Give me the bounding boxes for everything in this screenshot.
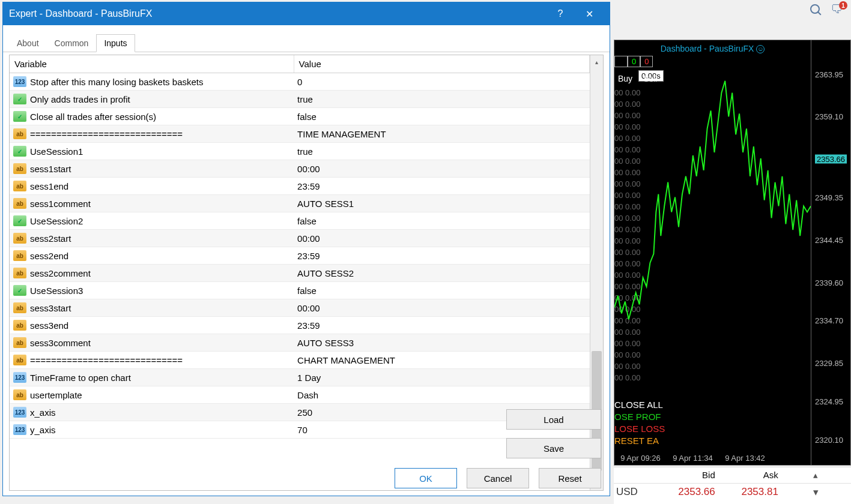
- cancel-button[interactable]: Cancel: [467, 468, 529, 488]
- input-value-cell[interactable]: false: [294, 108, 589, 125]
- input-row[interactable]: abusertemplateDash: [10, 386, 590, 404]
- reset-button[interactable]: Reset: [539, 468, 601, 488]
- search-icon[interactable]: [810, 4, 822, 16]
- input-value-cell[interactable]: false: [294, 282, 589, 299]
- num-type-icon: 123: [13, 76, 26, 87]
- input-value-cell[interactable]: 0: [294, 73, 589, 91]
- help-button[interactable]: ?: [546, 2, 575, 25]
- input-row[interactable]: absess3commentAUTO SESS3: [10, 334, 590, 352]
- input-row[interactable]: absess1start00:00: [10, 160, 590, 178]
- input-row[interactable]: absess3end23:59: [10, 317, 590, 334]
- input-row[interactable]: absess1end23:59: [10, 178, 590, 195]
- input-variable-name: sess2end: [30, 251, 68, 261]
- notification-badge: 1: [839, 1, 847, 10]
- input-value-cell[interactable]: Dash: [294, 386, 589, 404]
- input-variable-name: Stop after this many losing baskets bask…: [30, 77, 203, 87]
- num-type-icon: 123: [13, 424, 26, 435]
- scroll-up-icon[interactable]: ▴: [788, 467, 851, 483]
- input-value-cell[interactable]: 23:59: [294, 178, 589, 195]
- price-tick: 2334.70: [815, 316, 843, 325]
- input-row[interactable]: ✓Only adds trades in profittrue: [10, 91, 590, 108]
- save-button[interactable]: Save: [506, 438, 601, 458]
- input-variable-name: Close all trades after session(s): [30, 112, 156, 122]
- chart-time-axis: 9 Apr 09:269 Apr 11:349 Apr 13:42: [614, 454, 771, 463]
- chart-body[interactable]: Dashboard - PausBiruFX ☺ 0 0 0.00s Buy S…: [614, 40, 811, 465]
- input-value-cell[interactable]: 00:00: [294, 299, 589, 317]
- expert-properties-dialog: Expert - Dashboard - PausBiruFX ? ✕ Abou…: [2, 2, 610, 496]
- input-variable-name: sess2start: [30, 233, 71, 244]
- input-value-cell[interactable]: true: [294, 143, 589, 160]
- str-type-icon: ab: [13, 320, 26, 331]
- str-type-icon: ab: [13, 389, 26, 400]
- scroll-up-icon[interactable]: ▴: [590, 55, 603, 68]
- input-value-cell[interactable]: AUTO SESS2: [294, 265, 589, 282]
- bid-header[interactable]: Bid: [662, 467, 725, 483]
- column-variable[interactable]: Variable: [10, 55, 294, 73]
- tab-inputs[interactable]: Inputs: [96, 34, 135, 52]
- price-tick: 2349.35: [815, 193, 843, 202]
- tab-common[interactable]: Common: [47, 34, 97, 52]
- input-row[interactable]: ✓Close all trades after session(s)false: [10, 108, 590, 125]
- input-row[interactable]: absess1commentAUTO SESS1: [10, 195, 590, 212]
- input-variable-name: sess1start: [30, 164, 71, 174]
- input-row[interactable]: absess2end23:59: [10, 247, 590, 265]
- tab-about[interactable]: About: [9, 34, 47, 52]
- input-row[interactable]: absess3start00:00: [10, 299, 590, 317]
- input-value-cell[interactable]: true: [294, 91, 589, 108]
- time-tick: 9 Apr 11:34: [673, 454, 713, 463]
- close-loss-label[interactable]: LOSE LOSS: [614, 423, 665, 435]
- reset-ea-label[interactable]: RESET EA: [614, 435, 665, 447]
- input-value-cell[interactable]: 23:59: [294, 247, 589, 265]
- input-row[interactable]: ab=============================CHART MAN…: [10, 352, 590, 369]
- input-row[interactable]: ✓UseSession3false: [10, 282, 590, 299]
- chart-title: Dashboard - PausBiruFX ☺: [614, 44, 811, 53]
- input-variable-name: sess3comment: [30, 338, 91, 348]
- time-tick: 9 Apr 09:26: [620, 454, 661, 463]
- ask-cell: 2353.81: [725, 484, 788, 501]
- input-row[interactable]: 123TimeFrame to open chart1 Day: [10, 369, 590, 386]
- input-variable-name: sess1comment: [30, 199, 91, 209]
- bool-type-icon: ✓: [13, 215, 26, 226]
- input-variable-name: usertemplate: [30, 390, 82, 400]
- dialog-titlebar: Expert - Dashboard - PausBiruFX ? ✕: [3, 2, 610, 25]
- close-button[interactable]: ✕: [575, 2, 604, 25]
- input-value-cell[interactable]: 00:00: [294, 160, 589, 178]
- str-type-icon: ab: [13, 163, 26, 174]
- input-value-cell[interactable]: false: [294, 212, 589, 230]
- close-profit-label[interactable]: OSE PROF: [614, 411, 665, 423]
- input-row[interactable]: absess2commentAUTO SESS2: [10, 265, 590, 282]
- input-value-cell[interactable]: CHART MANAGEMENT: [294, 352, 589, 369]
- ask-header[interactable]: Ask: [725, 467, 788, 483]
- symbol-cell[interactable]: USD: [614, 484, 662, 501]
- input-value-cell[interactable]: AUTO SESS1: [294, 195, 589, 212]
- ok-button[interactable]: OK: [395, 468, 457, 488]
- input-row[interactable]: 123y_axis70: [10, 421, 590, 439]
- chart-panel: Dashboard - PausBiruFX ☺ 0 0 0.00s Buy S…: [614, 40, 851, 466]
- input-row[interactable]: ab=============================TIME MANA…: [10, 125, 590, 143]
- input-value-cell[interactable]: 1 Day: [294, 369, 589, 386]
- notification-icon[interactable]: 1: [831, 4, 844, 17]
- inputs-grid[interactable]: Variable Value 123Stop after this many l…: [10, 55, 590, 490]
- input-variable-name: UseSession2: [30, 216, 83, 226]
- column-value[interactable]: Value: [294, 55, 589, 73]
- str-type-icon: ab: [13, 268, 26, 278]
- load-button[interactable]: Load: [506, 409, 601, 430]
- str-type-icon: ab: [13, 250, 26, 261]
- input-row[interactable]: 123x_axis250: [10, 404, 590, 421]
- bid-cell: 2353.66: [662, 484, 725, 501]
- close-all-label[interactable]: CLOSE ALL: [614, 399, 665, 411]
- time-tick: 9 Apr 13:42: [725, 454, 765, 463]
- dialog-title: Expert - Dashboard - PausBiruFX: [9, 8, 546, 19]
- input-row[interactable]: ✓UseSession1true: [10, 143, 590, 160]
- scroll-down-icon[interactable]: ▾: [788, 484, 851, 501]
- input-row[interactable]: ✓UseSession2false: [10, 212, 590, 230]
- input-variable-name: TimeFrame to open chart: [30, 373, 131, 383]
- input-row[interactable]: absess2start00:00: [10, 230, 590, 247]
- input-value-cell[interactable]: 00:00: [294, 230, 589, 247]
- input-variable-name: sess3start: [30, 303, 71, 313]
- input-value-cell[interactable]: AUTO SESS3: [294, 334, 589, 352]
- input-row[interactable]: 123Stop after this many losing baskets b…: [10, 73, 590, 91]
- num-type-icon: 123: [13, 372, 26, 383]
- input-value-cell[interactable]: 23:59: [294, 317, 589, 334]
- input-value-cell[interactable]: TIME MANAGEMENT: [294, 125, 589, 143]
